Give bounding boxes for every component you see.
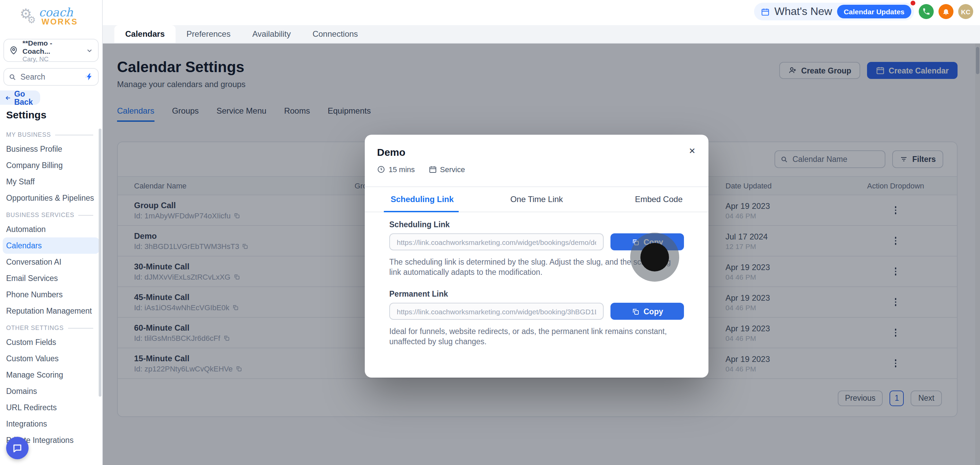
notifications-button[interactable] [939,4,953,19]
settings-nav: MY BUSINESS Business Profile Company Bil… [0,126,102,448]
clock-icon [377,165,385,173]
location-pin-icon [9,46,18,55]
sidebar-item-url-redirects[interactable]: URL Redirects [0,399,102,416]
go-back-button[interactable]: Go Back [0,90,40,105]
permanent-link-help: Ideal for funnels, website redirects, or… [389,327,684,347]
sidebar-item-integrations[interactable]: Integrations [0,416,102,432]
permanent-link-input[interactable] [389,303,604,320]
arrow-left-icon [5,94,11,102]
app-viewport: What's New Calendar Updates KC Calendars… [0,0,980,465]
divider [68,328,93,328]
sidebar-item-conversation-ai[interactable]: Conversation AI [0,254,102,270]
close-icon[interactable]: ✕ [687,146,698,157]
gear-icon: ⚙ [27,14,36,25]
sidebar-item-reputation-management[interactable]: Reputation Management [0,303,102,319]
modal-tab-one-time-link[interactable]: One Time Link [488,187,585,211]
copy-label: Copy [643,307,663,315]
phone-icon [922,8,930,16]
sidebar-item-company-billing[interactable]: Company Billing [0,157,102,173]
sidebar-item-custom-values[interactable]: Custom Values [0,350,102,367]
location-switcher[interactable]: **Demo - Coach... Cary, NC [3,39,99,62]
go-back-label: Go Back [14,89,40,106]
sidebar-item-calendars[interactable]: Calendars [3,237,99,254]
tab-connections[interactable]: Connections [301,25,369,43]
sidebar-title: Settings [6,109,46,121]
settings-sidebar: ⚙ ⚙ coach WORKS **Demo - Coach... Cary, … [0,0,103,465]
tab-preferences[interactable]: Preferences [176,25,241,43]
logo-text-works: WORKS [41,17,78,27]
whats-new-widget[interactable]: What's New Calendar Updates [754,3,914,21]
search-icon [9,73,16,81]
sidebar-item-automation[interactable]: Automation [0,221,102,237]
cursor-indicator [640,243,669,271]
section-label-other-settings: OTHER SETTINGS [6,325,64,331]
user-avatar[interactable]: KC [958,4,973,19]
whats-new-label: What's New [775,5,832,18]
chat-icon [12,443,22,453]
location-name: **Demo - Coach... [22,38,82,55]
section-label-business-services: BUSINESS SERVICES [6,211,74,218]
modal-tab-scheduling-link[interactable]: Scheduling Link [391,187,488,211]
location-city: Cary, NC [22,55,82,62]
divider [55,134,93,135]
sidebar-scrollbar[interactable] [99,129,102,397]
notification-dot [911,1,915,5]
copy-icon [631,307,640,315]
modal-duration: 15 mins [388,165,415,173]
sidebar-search[interactable]: Search [3,68,99,86]
modal-type: Service [440,165,465,173]
sidebar-item-custom-fields[interactable]: Custom Fields [0,334,102,350]
quick-actions-bolt-icon [85,73,93,81]
chevron-down-icon [86,47,93,54]
tab-availability[interactable]: Availability [241,25,301,43]
top-header-bar: What's New Calendar Updates KC [103,0,980,25]
sidebar-item-business-profile[interactable]: Business Profile [0,141,102,157]
modal-tab-embed-code[interactable]: Embed Code [585,187,682,211]
sidebar-item-email-services[interactable]: Email Services [0,270,102,286]
sidebar-item-my-staff[interactable]: My Staff [0,173,102,190]
modal-title: Demo [377,146,405,158]
sidebar-item-opportunities-pipelines[interactable]: Opportunities & Pipelines [0,190,102,206]
scheduling-link-label: Scheduling Link [389,221,684,229]
sidebar-search-placeholder: Search [21,73,81,81]
calendar-icon [428,165,437,173]
divider [78,215,93,215]
tab-calendars[interactable]: Calendars [115,25,176,43]
sidebar-item-phone-numbers[interactable]: Phone Numbers [0,286,102,303]
calendar-updates-button[interactable]: Calendar Updates [837,5,911,18]
calendar-announce-icon [761,7,770,16]
sidebar-item-domains[interactable]: Domains [0,383,102,399]
permanent-link-label: Permanent Link [389,290,684,298]
sidebar-item-manage-scoring[interactable]: Manage Scoring [0,367,102,383]
copy-permanent-link-button[interactable]: Copy [611,303,684,320]
main-nav-tabs: Calendars Preferences Availability Conne… [103,25,980,44]
bell-icon [942,8,950,16]
scheduling-link-input[interactable] [389,233,604,250]
talk-to-human-button[interactable] [919,4,934,19]
support-chat-button[interactable] [6,437,29,459]
modal-tabs: Scheduling Link One Time Link Embed Code [365,186,708,212]
section-label-my-business: MY BUSINESS [6,131,51,138]
coachworks-logo: ⚙ ⚙ coach WORKS [18,4,84,33]
